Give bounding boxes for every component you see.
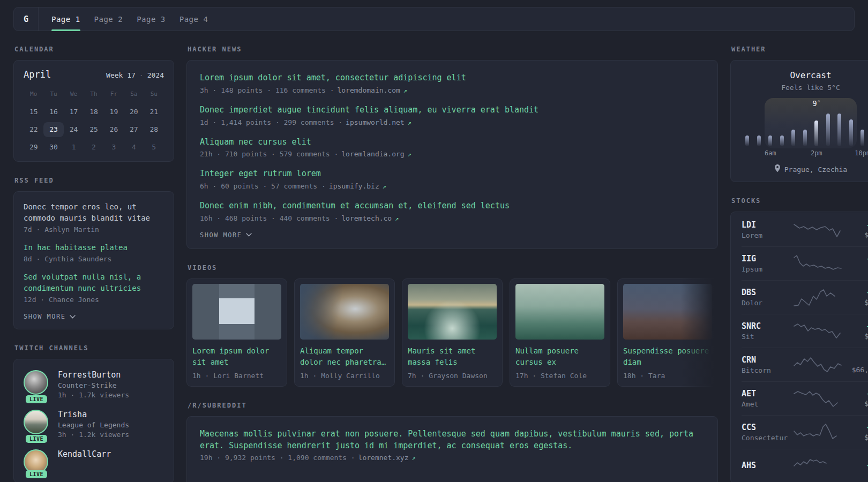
rss-show-more-button[interactable]: SHOW MORE	[24, 313, 76, 320]
video-title[interactable]: Lorem ipsum dolor sit amet consectetu…	[192, 345, 281, 369]
video-title[interactable]: Nullam posuere cursus ex	[515, 345, 604, 369]
video-title[interactable]: Mauris sit amet massa felis	[408, 345, 497, 369]
story-domain-link[interactable]: loremlandia.org	[341, 150, 404, 158]
videos-carousel[interactable]: Lorem ipsum dolor sit amet consectetu… 1…	[186, 278, 718, 387]
twitch-channel-name[interactable]: KendallCarr	[58, 449, 111, 459]
stock-change: +0.51%	[844, 423, 868, 432]
video-thumbnail[interactable]	[408, 284, 497, 340]
story-domain-link[interactable]: ipsumworld.net	[346, 118, 405, 126]
video-thumbnail[interactable]	[623, 284, 712, 340]
stock-row[interactable]: SNRC Sit +1.36% $148.64	[742, 314, 868, 348]
stock-price: $42.04	[844, 265, 868, 273]
twitch-channel-name[interactable]: ForrestBurton	[58, 370, 129, 380]
tab-page-1[interactable]: Page 1	[51, 7, 80, 31]
left-column: CALENDAR April Week 17 · 2024 Mo Tu We	[13, 46, 174, 482]
calendar-week-year: Week 17 · 2024	[106, 71, 164, 79]
avatar[interactable]	[24, 410, 48, 434]
video-thumbnail[interactable]	[515, 284, 604, 340]
stock-sparkline	[793, 456, 844, 476]
stock-row[interactable]: IIG Ipsum +2.84% $42.04	[742, 246, 868, 280]
stock-symbol: AET	[742, 389, 793, 398]
stock-id: LDI Lorem	[742, 220, 793, 239]
story-meta: 1d · 1,414 points · 299 comments · ipsum…	[200, 118, 705, 126]
video-title[interactable]: Suspendisse posuere diam	[623, 345, 712, 369]
temperature-bar	[791, 130, 795, 146]
calendar-day: 15	[24, 104, 43, 119]
stocks-widget: STOCKS LDI Lorem +4.35% $795.18	[730, 197, 868, 482]
hackernews-card: Lorem ipsum dolor sit amet, consectetur …	[186, 60, 718, 249]
current-temperature-label: 9°	[812, 99, 820, 108]
story-domain-link[interactable]: loremdomain.com	[337, 86, 400, 94]
hackernews-show-more-button[interactable]: SHOW MORE	[200, 231, 252, 239]
stock-row[interactable]: DBS Dolor +1.42% $156.28	[742, 280, 868, 314]
weather-card: Overcast Feels like 5°C 9°6am2pm10pm Pra…	[730, 60, 868, 182]
temperature-bar	[849, 119, 853, 146]
stock-sparkline	[793, 423, 844, 442]
stock-row[interactable]: CCS Consectetur +0.51% $165.84	[742, 415, 868, 449]
video-meta: 1h · Molly Carrillo	[300, 372, 389, 380]
stock-symbol: SNRC	[742, 321, 793, 331]
tab-page-3[interactable]: Page 3	[137, 7, 166, 31]
stock-name: Ipsum	[742, 265, 793, 273]
twitch-widget: TWITCH CHANNELS LIVE ForrestBurton Count…	[13, 344, 174, 482]
subreddit-card: Maecenas mollis pulvinar erat non posuer…	[186, 416, 718, 482]
twitch-channel-name[interactable]: Trisha	[58, 410, 129, 419]
stock-name: Dolor	[742, 299, 793, 307]
stock-change: -1.00%	[844, 356, 868, 364]
twitch-viewers: 3h · 1.2k viewers	[58, 431, 129, 439]
rss-item-title[interactable]: Sed volutpat nulla nisl, a condimentum n…	[24, 272, 164, 294]
temperature-bar	[780, 135, 784, 146]
twitch-game[interactable]: League of Legends	[58, 421, 129, 429]
video-thumbnail[interactable]	[192, 284, 281, 340]
story-stats: 21h · 710 points · 579 comments ·	[200, 150, 338, 158]
stock-price: $156.28	[844, 298, 868, 306]
tab-page-4[interactable]: Page 4	[179, 7, 208, 31]
calendar-header: April Week 17 · 2024	[24, 69, 164, 80]
app-logo[interactable]: G	[14, 7, 39, 31]
stock-change: +1.42%	[844, 288, 868, 297]
temperature-bar	[860, 130, 864, 146]
tab-page-2[interactable]: Page 2	[94, 7, 123, 31]
stock-symbol: AHS	[742, 461, 793, 470]
stock-id: DBS Dolor	[742, 288, 793, 307]
story-title[interactable]: Donec enim nibh, condimentum et accumsan…	[200, 200, 705, 212]
stock-row[interactable]: AHS +0.46%	[742, 449, 868, 482]
live-badge: LIVE	[26, 395, 47, 403]
calendar-month: April	[24, 69, 51, 80]
video-card: Mauris sit amet massa felis 7h · Grayson…	[402, 278, 503, 387]
rss-item-meta: 12d · Chance Jones	[24, 296, 164, 304]
temperature-bar-slot	[845, 112, 857, 146]
twitch-section-title: TWITCH CHANNELS	[14, 344, 174, 352]
stock-change: +0.92%	[844, 389, 868, 398]
rss-item-title[interactable]: In hac habitasse platea	[24, 242, 164, 253]
weather-condition: Overcast	[739, 70, 868, 80]
stock-price: $795.18	[844, 231, 868, 239]
right-column: WEATHER Overcast Feels like 5°C 9°6am2pm…	[730, 46, 868, 482]
stock-row[interactable]: LDI Lorem +4.35% $795.18	[742, 213, 868, 246]
story-title[interactable]: Aliquam nec cursus elit	[200, 137, 705, 148]
main-column: HACKER NEWS Lorem ipsum dolor sit amet, …	[186, 46, 718, 482]
stock-numbers: +1.36% $148.64	[844, 322, 868, 340]
video-title[interactable]: Aliquam tempor dolor nec pharetra…	[300, 345, 389, 369]
stock-row[interactable]: AET Amet +0.92% $499.72	[742, 381, 868, 415]
story-title[interactable]: Integer eget rutrum lorem	[200, 168, 705, 180]
rss-item-title[interactable]: Donec tempor eros leo, ut commodo mauris…	[24, 201, 164, 224]
story-domain-link[interactable]: ipsumify.biz	[329, 182, 379, 190]
calendar-day: 1	[64, 140, 84, 155]
post-title[interactable]: Maecenas mollis pulvinar erat non posuer…	[200, 428, 705, 452]
temperature-bar-slot	[811, 112, 822, 146]
stock-symbol: LDI	[742, 220, 793, 230]
stock-row[interactable]: CRN Bitcorn -1.00% $66,171.48	[742, 348, 868, 381]
story-domain-link[interactable]: loremtech.co	[341, 214, 392, 222]
story-item: Donec imperdiet augue tincidunt felis al…	[200, 104, 705, 126]
post-domain-link[interactable]: loremnet.xyz	[358, 454, 409, 462]
twitch-game[interactable]: Counter-Strike	[58, 381, 129, 389]
video-thumbnail[interactable]	[300, 284, 389, 340]
avatar[interactable]	[24, 370, 48, 395]
videos-widget: VIDEOS Lorem ipsum dolor sit amet consec…	[186, 264, 718, 387]
stock-sparkline	[793, 254, 844, 273]
story-title[interactable]: Donec imperdiet augue tincidunt felis al…	[200, 104, 705, 116]
stock-id: SNRC Sit	[742, 321, 793, 341]
story-title[interactable]: Lorem ipsum dolor sit amet, consectetur …	[200, 72, 705, 84]
stock-name: Bitcorn	[742, 366, 793, 374]
